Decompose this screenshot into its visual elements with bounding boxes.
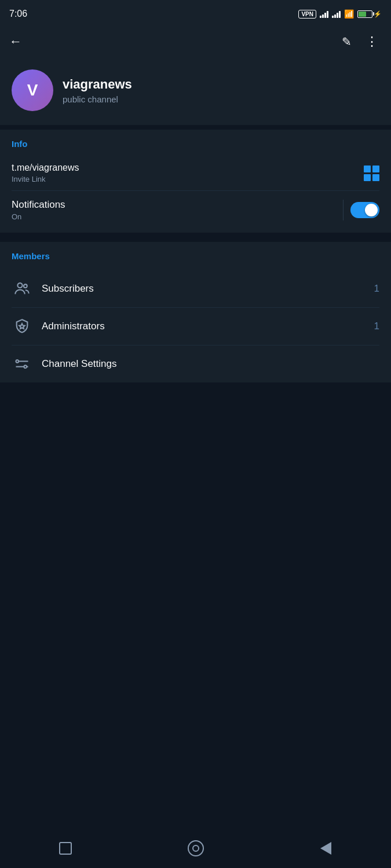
svg-point-0	[17, 283, 22, 288]
square-icon	[59, 842, 72, 855]
bottom-home-button[interactable]	[183, 836, 209, 861]
toggle-thumb	[365, 204, 378, 216]
empty-space	[0, 608, 391, 833]
administrators-icon	[12, 316, 32, 337]
administrators-label: Administrators	[42, 321, 365, 332]
bottom-back-button[interactable]	[313, 836, 339, 861]
channel-settings-row[interactable]: Channel Settings	[12, 345, 379, 382]
invite-link-text: t.me/viagranews	[12, 163, 79, 173]
signal-icon-2	[332, 10, 341, 18]
back-arrow-icon: ←	[9, 34, 22, 49]
status-icons: VPN 📶 ⚡	[298, 9, 382, 19]
inner-circle-icon	[192, 845, 199, 852]
administrators-row[interactable]: Administrators 1	[12, 308, 379, 345]
members-section-title: Members	[12, 251, 379, 261]
status-time: 7:06	[9, 9, 27, 19]
bolt-icon: ⚡	[374, 10, 382, 18]
qr-block-3	[364, 174, 371, 181]
subscribers-row[interactable]: Subscribers 1	[12, 270, 379, 307]
subscribers-label: Subscribers	[42, 283, 365, 295]
channel-settings-label: Channel Settings	[42, 358, 370, 370]
invite-link-row[interactable]: t.me/viagranews Invite Link	[12, 158, 379, 190]
people-icon	[14, 281, 30, 297]
channel-info: viagranews public channel	[63, 77, 132, 104]
back-button[interactable]: ←	[5, 30, 27, 54]
channel-settings-icon	[12, 354, 32, 374]
info-section: Info t.me/viagranews Invite Link Notific…	[0, 130, 391, 233]
notifications-status: On	[12, 212, 65, 221]
notifications-row: Notifications On	[12, 191, 379, 223]
top-navigation: ← ✎ ⋮	[0, 25, 391, 58]
invite-link-info: t.me/viagranews Invite Link	[12, 163, 79, 183]
triangle-icon	[320, 842, 331, 855]
wifi-icon: 📶	[344, 9, 354, 19]
vpn-badge: VPN	[298, 10, 316, 19]
invite-link-label: Invite Link	[12, 175, 79, 183]
bottom-square-button[interactable]	[53, 836, 78, 861]
battery: ⚡	[357, 10, 382, 18]
administrators-count: 1	[374, 321, 379, 332]
pencil-icon: ✎	[342, 35, 352, 48]
notifications-right	[343, 200, 379, 220]
qr-block-2	[372, 165, 379, 172]
shield-star-icon	[14, 318, 30, 334]
channel-type: public channel	[63, 94, 132, 104]
svg-point-6	[24, 365, 27, 368]
notifications-title: Notifications	[12, 199, 65, 211]
more-dots-icon: ⋮	[366, 34, 379, 49]
svg-point-3	[16, 360, 19, 363]
signal-icon-1	[320, 10, 328, 18]
notifications-info: Notifications On	[12, 199, 65, 221]
qr-block-1	[364, 165, 371, 172]
members-section: Members Subscribers 1 Administrators 1	[0, 242, 391, 382]
svg-point-1	[24, 284, 27, 288]
more-button[interactable]: ⋮	[363, 32, 382, 52]
subscribers-icon	[12, 278, 32, 299]
section-divider-2	[0, 233, 391, 237]
toggle-track	[350, 202, 379, 218]
channel-name: viagranews	[63, 77, 132, 92]
sliders-icon	[14, 356, 30, 372]
edit-button[interactable]: ✎	[339, 32, 354, 51]
bottom-navigation	[0, 833, 391, 868]
status-bar: 7:06 VPN 📶 ⚡	[0, 0, 391, 25]
subscribers-count: 1	[374, 283, 379, 295]
qr-block-4	[372, 174, 379, 181]
section-divider-1	[0, 125, 391, 130]
notifications-toggle[interactable]	[350, 202, 379, 218]
circle-icon	[188, 840, 204, 856]
avatar: V	[12, 69, 53, 111]
nav-left: ←	[9, 30, 27, 54]
qr-code-button[interactable]	[364, 165, 379, 181]
vertical-divider	[343, 200, 344, 220]
info-section-title: Info	[12, 139, 379, 149]
nav-right: ✎ ⋮	[339, 32, 382, 52]
svg-marker-2	[19, 323, 24, 329]
channel-header: V viagranews public channel	[0, 58, 391, 125]
